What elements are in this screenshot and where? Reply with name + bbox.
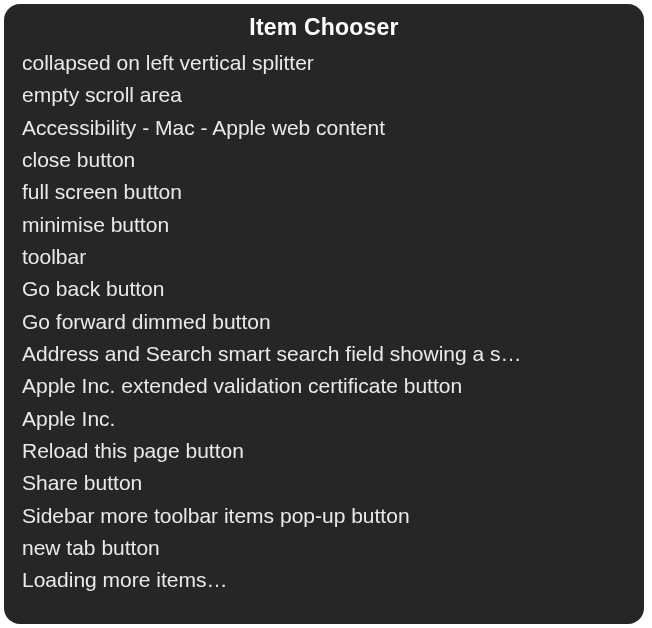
- list-item[interactable]: close button: [22, 144, 626, 176]
- list-item[interactable]: Loading more items…: [22, 564, 626, 596]
- list-item[interactable]: full screen button: [22, 176, 626, 208]
- list-item[interactable]: empty scroll area: [22, 79, 626, 111]
- list-item[interactable]: Accessibility - Mac - Apple web content: [22, 112, 626, 144]
- list-item[interactable]: Apple Inc.: [22, 403, 626, 435]
- list-item[interactable]: Share button: [22, 467, 626, 499]
- list-item[interactable]: Go forward dimmed button: [22, 306, 626, 338]
- panel-title: Item Chooser: [4, 4, 644, 47]
- list-item[interactable]: minimise button: [22, 209, 626, 241]
- list-item[interactable]: Go back button: [22, 273, 626, 305]
- list-item[interactable]: new tab button: [22, 532, 626, 564]
- list-item[interactable]: Sidebar more toolbar items pop-up button: [22, 500, 626, 532]
- list-item[interactable]: Reload this page button: [22, 435, 626, 467]
- list-item[interactable]: Apple Inc. extended validation certifica…: [22, 370, 626, 402]
- item-chooser-panel: Item Chooser collapsed on left vertical …: [4, 4, 644, 624]
- item-list[interactable]: collapsed on left vertical splitter empt…: [4, 47, 644, 624]
- list-item[interactable]: toolbar: [22, 241, 626, 273]
- list-item[interactable]: collapsed on left vertical splitter: [22, 47, 626, 79]
- list-item[interactable]: Address and Search smart search field sh…: [22, 338, 626, 370]
